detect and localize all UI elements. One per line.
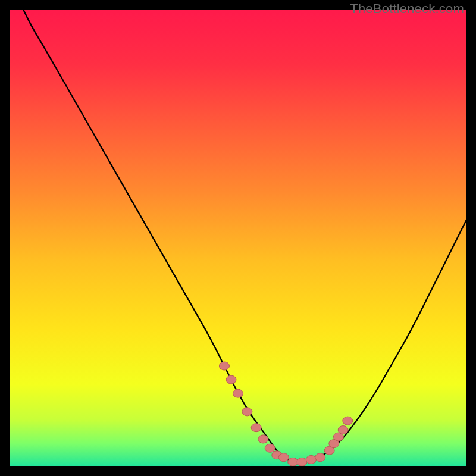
marker-point — [297, 458, 307, 466]
marker-point — [251, 424, 261, 432]
bottleneck-chart — [10, 10, 466, 466]
marker-point — [233, 389, 243, 397]
chart-background — [10, 10, 466, 466]
watermark-text: TheBottleneck.com — [350, 1, 464, 17]
marker-point — [219, 362, 229, 370]
marker-point — [315, 453, 325, 462]
marker-point — [338, 426, 348, 434]
marker-point — [258, 435, 268, 443]
marker-point — [265, 444, 275, 452]
marker-point — [278, 453, 289, 462]
marker-point — [288, 458, 298, 466]
marker-point — [226, 375, 236, 384]
marker-point — [242, 408, 252, 416]
chart-frame — [10, 10, 466, 466]
marker-point — [343, 416, 353, 425]
marker-point — [306, 455, 316, 464]
